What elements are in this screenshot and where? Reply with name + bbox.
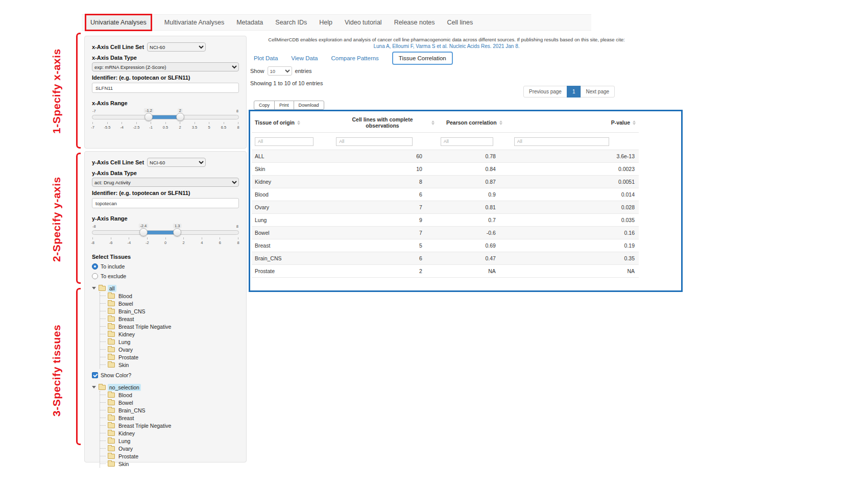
page: Univariate Analyses Multivariate Analyse… [0, 0, 868, 488]
tab-tissue-correlation[interactable]: Tissue Correlation [392, 52, 453, 65]
nav-help[interactable]: Help [319, 19, 332, 26]
tree-item-blood[interactable]: Blood [100, 292, 239, 300]
table-row-breast[interactable]: Breast50.690.19 [252, 239, 639, 252]
tree-item-skin[interactable]: Skin [100, 361, 239, 369]
radio-selected-icon [92, 263, 98, 270]
tree-item-kidney[interactable]: Kidney [100, 330, 239, 338]
y-slider-handle-high[interactable] [173, 228, 181, 236]
download-button[interactable]: Download [294, 101, 324, 110]
tree-item-breast-triple-negative[interactable]: Breast Triple Negative [100, 422, 239, 429]
table-header-row: Tissue of origin Cell lines with complet… [252, 112, 639, 133]
entries-control: Show 10 entries [250, 66, 312, 76]
filter-pvalue-input[interactable] [514, 137, 609, 146]
folder-icon [108, 416, 115, 421]
tab-compare-patterns[interactable]: Compare Patterns [331, 55, 379, 61]
tree-item-brain-cns[interactable]: Brain_CNS [100, 406, 239, 414]
y-data-type-select[interactable]: act: Drug Activity [92, 178, 239, 187]
entries-count-select[interactable]: 10 [268, 66, 292, 76]
page-1-button[interactable]: 1 [567, 86, 581, 97]
nav-video-tutorial[interactable]: Video tutorial [345, 19, 382, 26]
tab-view-data[interactable]: View Data [291, 55, 318, 61]
x-identifier-label: Identifier: (e.g. topotecan or SLFN11) [92, 75, 239, 81]
nav-univariate-analyses[interactable]: Univariate Analyses [85, 14, 152, 31]
table-row-skin[interactable]: Skin100.840.0023 [252, 162, 639, 175]
column-header-pvalue[interactable]: P-value [511, 112, 639, 133]
tissue-correlation-table: Tissue of origin Cell lines with complet… [252, 112, 639, 278]
table-row-ovary[interactable]: Ovary70.810.028 [252, 201, 639, 213]
x-data-type-select[interactable]: exp: mRNA Expression (Z-Score) [92, 62, 239, 71]
x-identifier-input[interactable] [92, 83, 239, 93]
column-header-cell-lines[interactable]: Cell lines with complete observations [333, 112, 438, 133]
x-axis-range-slider[interactable]: -7 -1.2 2 8 -7 -5.5 -4 -2.5 -1 0.5 2 [92, 108, 239, 131]
x-slider-handle-low[interactable] [144, 113, 153, 121]
table-row-lung[interactable]: Lung90.70.035 [252, 213, 639, 226]
filter-tissue-input[interactable] [255, 137, 314, 146]
table-row-brain-cns[interactable]: Brain_CNS60.470.35 [252, 252, 639, 264]
y-axis-range-slider[interactable]: -8 -2.4 1.3 8 -8 -6 -4 -2 0 2 4 6 [92, 224, 239, 247]
tree-item-bowel[interactable]: Bowel [100, 300, 239, 307]
print-button[interactable]: Print [274, 101, 294, 110]
tissues-include-radio[interactable]: To include [92, 263, 239, 270]
tree-root-label: no_selection [108, 384, 141, 391]
previous-page-button[interactable]: Previous page [523, 86, 567, 97]
column-header-tissue[interactable]: Tissue of origin [252, 112, 333, 133]
tree-item-prostate[interactable]: Prostate [100, 353, 239, 361]
y-slider-max-label: 8 [236, 224, 238, 229]
table-row-blood[interactable]: Blood60.90.014 [252, 188, 639, 201]
tree-item-ovary[interactable]: Ovary [100, 346, 239, 353]
tree-item-breast[interactable]: Breast [100, 315, 239, 323]
folder-icon [108, 438, 115, 444]
tree-root-no-selection[interactable]: no_selection [92, 383, 239, 391]
copy-button[interactable]: Copy [254, 101, 275, 110]
x-slider-fill [149, 115, 180, 119]
nav-release-notes[interactable]: Release notes [394, 19, 435, 26]
show-color-checkbox[interactable]: Show Color? [92, 372, 239, 378]
filter-pearson-input[interactable] [441, 137, 493, 146]
nav-search-ids[interactable]: Search IDs [275, 19, 307, 26]
x-cell-line-set-select[interactable]: NCI-60 [147, 42, 206, 52]
annotation-bracket-1 [76, 33, 81, 149]
citation-link[interactable]: Luna A, Elloumi F, Varma S et al. Nuclei… [249, 43, 644, 49]
nav-cell-lines[interactable]: Cell lines [447, 19, 473, 26]
tissues-exclude-radio[interactable]: To exclude [92, 273, 239, 279]
x-slider-handle-high[interactable] [176, 113, 184, 121]
tree-item-kidney[interactable]: Kidney [100, 429, 239, 437]
sort-icon[interactable] [431, 119, 435, 127]
filter-cell-lines-input[interactable] [336, 137, 413, 146]
tree-item-lung[interactable]: Lung [100, 338, 239, 346]
tree-expand-icon[interactable] [92, 286, 97, 290]
top-navbar: Univariate Analyses Multivariate Analyse… [82, 14, 591, 31]
tree-item-label: Prostate [117, 453, 140, 460]
sort-icon[interactable] [633, 119, 636, 127]
tree-item-skin[interactable]: Skin [100, 460, 239, 468]
annotation-step2-label: 2-Specify y-axis [51, 159, 65, 280]
table-row-prostate[interactable]: Prostate2NANA [252, 264, 639, 277]
y-cell-line-set-select[interactable]: NCI-60 [147, 158, 206, 167]
y-slider-handle-low[interactable] [139, 228, 148, 236]
tree-item-blood[interactable]: Blood [100, 391, 239, 399]
tree-item-breast[interactable]: Breast [100, 414, 239, 422]
sort-icon[interactable] [499, 119, 502, 127]
column-header-pearson[interactable]: Pearson correlation [438, 112, 511, 133]
nav-multivariate-analyses[interactable]: Multivariate Analyses [164, 19, 224, 26]
tree-item-lung[interactable]: Lung [100, 437, 239, 445]
tree-item-breast-triple-negative[interactable]: Breast Triple Negative [100, 323, 239, 330]
x-slider-high-value: 2 [178, 108, 183, 113]
nav-metadata[interactable]: Metadata [236, 19, 263, 26]
next-page-button[interactable]: Next page [581, 86, 615, 97]
x-range-label: x-Axis Range [92, 100, 239, 106]
tree-item-ovary[interactable]: Ovary [100, 445, 239, 452]
sort-icon[interactable] [297, 119, 300, 127]
tree-expand-icon[interactable] [92, 385, 97, 389]
tree-item-bowel[interactable]: Bowel [100, 399, 239, 406]
table-row-kidney[interactable]: Kidney80.870.0051 [252, 175, 639, 188]
y-identifier-input[interactable] [92, 198, 239, 208]
tree-item-brain-cns[interactable]: Brain_CNS [100, 307, 239, 315]
tab-plot-data[interactable]: Plot Data [254, 55, 278, 61]
table-row-bowel[interactable]: Bowel7-0.60.16 [252, 226, 639, 239]
export-buttons: Copy Print Download [254, 101, 324, 110]
table-row-all[interactable]: ALL600.783.6e-13 [252, 150, 639, 162]
tree-root-all[interactable]: all [92, 284, 239, 292]
folder-icon [108, 339, 115, 345]
tree-item-prostate[interactable]: Prostate [100, 452, 239, 460]
